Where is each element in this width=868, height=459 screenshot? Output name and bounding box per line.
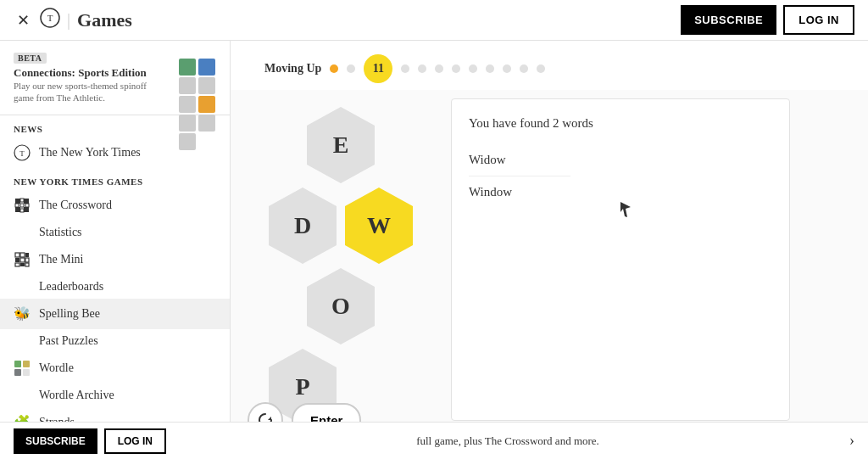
svg-rect-17 <box>20 258 25 262</box>
svg-rect-15 <box>25 253 29 257</box>
main-layout: BETA Connections: Sports Edition Play ou… <box>0 41 868 422</box>
svg-rect-11 <box>25 204 29 207</box>
sidebar-item-wordle[interactable]: Wordle <box>0 353 230 383</box>
login-button[interactable]: LOG IN <box>783 5 854 35</box>
sidebar: BETA Connections: Sports Edition Play ou… <box>0 41 231 422</box>
sidebar-item-statistics[interactable]: Statistics <box>0 221 230 244</box>
sidebar-item-strands[interactable]: 🧩 Strands <box>0 407 230 422</box>
dot-gray-3 <box>418 64 426 73</box>
header-left: ✕ T | Games <box>14 8 132 33</box>
words-panel: You have found 2 words Widow Window <box>451 98 790 421</box>
sidebar-item-crossword[interactable]: The Crossword <box>0 190 230 221</box>
past-puzzles-label: Past Puzzles <box>39 334 98 348</box>
wordle-label: Wordle <box>39 361 74 375</box>
connections-sports-icon <box>179 59 216 96</box>
game-board-row: E D W O <box>231 90 868 422</box>
beta-text: BETA Connections: Sports Edition Play ou… <box>14 51 169 104</box>
svg-rect-22 <box>14 361 21 367</box>
header: ✕ T | Games SUBSCRIBE LOG IN <box>0 0 868 41</box>
svg-rect-12 <box>20 209 24 212</box>
svg-rect-7 <box>24 207 29 212</box>
nyt-logo-icon: T <box>40 8 60 32</box>
strands-label: Strands <box>39 416 75 422</box>
dot-gray-7 <box>486 64 494 73</box>
dot-gray-5 <box>452 64 460 73</box>
sidebar-item-mini[interactable]: The Mini <box>0 244 230 275</box>
svg-rect-5 <box>24 199 29 204</box>
word-widow: Widow <box>469 144 570 176</box>
svg-rect-25 <box>23 369 30 376</box>
svg-text:W: W <box>367 212 391 238</box>
close-button[interactable]: ✕ <box>14 8 33 33</box>
mini-icon <box>14 251 31 268</box>
progress-number: 11 <box>364 54 392 83</box>
spelling-bee-label: Spelling Bee <box>39 307 100 321</box>
hex-board: E D W O <box>248 98 434 421</box>
crossword-icon <box>14 197 31 214</box>
svg-text:T: T <box>47 13 53 23</box>
svg-rect-20 <box>20 263 25 266</box>
bottom-banner-text: full game, plus The Crossword and more. <box>416 434 599 448</box>
svg-rect-16 <box>15 258 19 262</box>
bottom-subscribe-button[interactable]: SUBSCRIBE <box>14 428 97 454</box>
svg-rect-4 <box>15 199 20 204</box>
beta-title: Connections: Sports Edition <box>14 66 169 80</box>
dot-gray-10 <box>537 64 545 73</box>
sidebar-item-past-puzzles[interactable]: Past Puzzles <box>0 329 230 353</box>
svg-marker-40 <box>268 417 271 420</box>
svg-rect-13 <box>15 253 19 257</box>
hex-W[interactable]: W <box>345 188 413 264</box>
beta-banner[interactable]: BETA Connections: Sports Edition Play ou… <box>0 41 230 115</box>
dot-orange <box>330 64 338 73</box>
delete-button[interactable] <box>248 402 283 422</box>
site-title: Games <box>77 9 132 31</box>
bottom-banner-actions: SUBSCRIBE LOG IN <box>14 428 166 454</box>
dot-gray-2 <box>401 64 409 73</box>
words-found-title: You have found 2 words <box>469 116 772 131</box>
bottom-login-button[interactable]: LOG IN <box>104 428 166 454</box>
svg-text:E: E <box>333 132 349 158</box>
sidebar-item-leaderboards[interactable]: Leaderboards <box>0 275 230 299</box>
spelling-bee-icon: 🐝 <box>14 305 31 322</box>
dot-gray-6 <box>469 64 477 73</box>
word-window: Window <box>469 176 570 208</box>
beta-desc: Play our new sports-themed spinoff game … <box>14 80 169 104</box>
bottom-banner: SUBSCRIBE LOG IN full game, plus The Cro… <box>0 422 868 459</box>
strands-icon: 🧩 <box>14 414 31 422</box>
subscribe-button[interactable]: SUBSCRIBE <box>681 5 776 35</box>
crossword-label: The Crossword <box>39 199 112 212</box>
svg-rect-14 <box>20 253 25 257</box>
dot-gray-9 <box>520 64 528 73</box>
games-section-label: NEW YORK TIMES GAMES <box>0 168 230 190</box>
svg-text:D: D <box>294 212 311 238</box>
nyt-icon: T <box>14 144 31 161</box>
bottom-arrow-icon[interactable]: › <box>849 432 854 450</box>
content-area: Moving Up 11 <box>231 41 868 422</box>
dot-gray-8 <box>503 64 511 73</box>
dot-gray-4 <box>435 64 443 73</box>
leaderboards-label: Leaderboards <box>39 280 103 294</box>
svg-rect-10 <box>20 204 24 207</box>
mini-label: The Mini <box>39 253 84 266</box>
hex-D[interactable]: D <box>269 188 337 264</box>
progress-label: Moving Up <box>264 62 321 76</box>
svg-rect-6 <box>15 207 20 212</box>
svg-rect-8 <box>20 199 24 202</box>
statistics-label: Statistics <box>39 226 82 239</box>
hex-E[interactable]: E <box>307 107 375 183</box>
svg-rect-18 <box>25 258 29 262</box>
svg-text:T: T <box>19 149 25 158</box>
game-controls: Enter <box>248 402 361 422</box>
svg-rect-23 <box>23 361 30 367</box>
sidebar-item-spelling-bee[interactable]: 🐝 Spelling Bee <box>0 299 230 329</box>
svg-rect-24 <box>14 369 21 376</box>
refresh-icon <box>257 411 274 422</box>
svg-rect-21 <box>25 263 29 266</box>
wordle-icon <box>14 360 31 377</box>
hex-svg: E D W O <box>248 98 434 421</box>
logo-divider: | <box>67 10 70 30</box>
beta-badge: BETA <box>14 53 47 64</box>
hex-O[interactable]: O <box>307 268 375 344</box>
sidebar-item-wordle-archive[interactable]: Wordle Archive <box>0 383 230 407</box>
enter-button[interactable]: Enter <box>292 403 361 423</box>
